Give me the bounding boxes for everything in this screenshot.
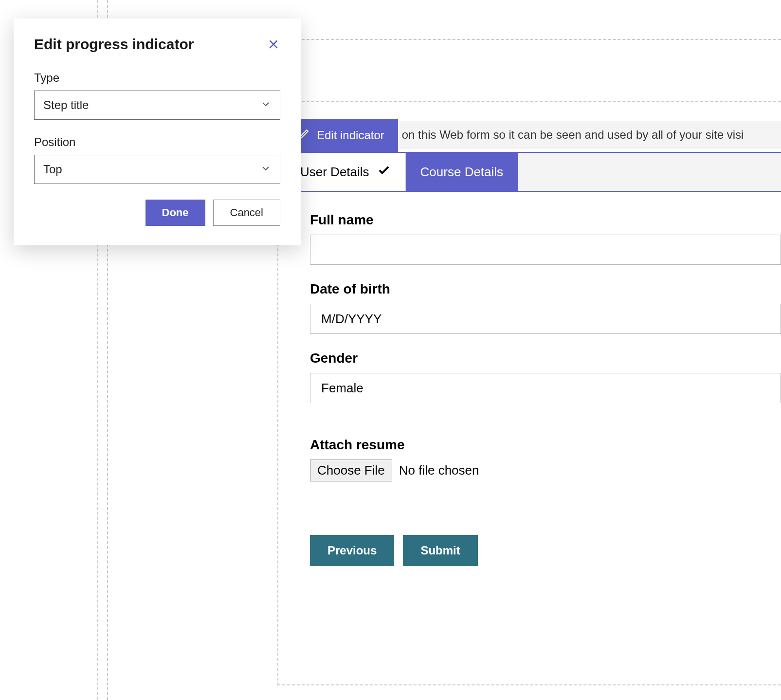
info-banner-text: on this Web form so it can be seen and u… xyxy=(398,121,781,149)
cancel-button[interactable]: Cancel xyxy=(213,200,280,226)
form-canvas: Edit indicator on this Web form so it ca… xyxy=(285,107,781,700)
choose-file-button[interactable]: Choose File xyxy=(310,460,392,481)
field-dob: Date of birth M/D/YYYY xyxy=(310,281,781,334)
step-tabs: User Details Course Details xyxy=(285,152,781,192)
tab-course-details[interactable]: Course Details xyxy=(406,153,518,191)
position-select[interactable]: Top xyxy=(34,155,280,184)
field-fullname: Full name xyxy=(310,212,781,265)
gender-select[interactable]: Female xyxy=(310,373,781,403)
edit-indicator-label: Edit indicator xyxy=(317,129,384,142)
position-label: Position xyxy=(34,135,280,149)
type-label: Type xyxy=(34,71,280,85)
fullname-input[interactable] xyxy=(310,235,781,265)
check-icon xyxy=(377,164,391,181)
file-status-text: No file chosen xyxy=(399,463,479,478)
form-body: Full name Date of birth M/D/YYYY Gender … xyxy=(285,192,781,587)
tab-label: User Details xyxy=(300,165,369,180)
tab-label: Course Details xyxy=(420,165,504,180)
tab-user-details[interactable]: User Details xyxy=(286,153,406,191)
edit-indicator-button[interactable]: Edit indicator xyxy=(285,119,398,152)
type-select[interactable]: Step title xyxy=(34,91,280,120)
dob-input[interactable]: M/D/YYYY xyxy=(310,304,781,334)
edit-progress-indicator-panel: Edit progress indicator Type Step title … xyxy=(14,18,301,245)
resume-label: Attach resume xyxy=(310,437,781,453)
popup-title: Edit progress indicator xyxy=(34,36,194,53)
form-actions: Previous Submit xyxy=(310,535,781,566)
field-resume: Attach resume Choose File No file chosen xyxy=(310,437,781,481)
gender-label: Gender xyxy=(310,350,781,366)
dob-label: Date of birth xyxy=(310,281,781,297)
fullname-label: Full name xyxy=(310,212,781,228)
close-icon[interactable] xyxy=(267,37,280,51)
field-gender: Gender Female xyxy=(310,350,781,403)
info-row: Edit indicator on this Web form so it ca… xyxy=(285,107,781,152)
previous-button[interactable]: Previous xyxy=(310,535,394,566)
done-button[interactable]: Done xyxy=(145,200,205,226)
submit-button[interactable]: Submit xyxy=(403,535,477,566)
